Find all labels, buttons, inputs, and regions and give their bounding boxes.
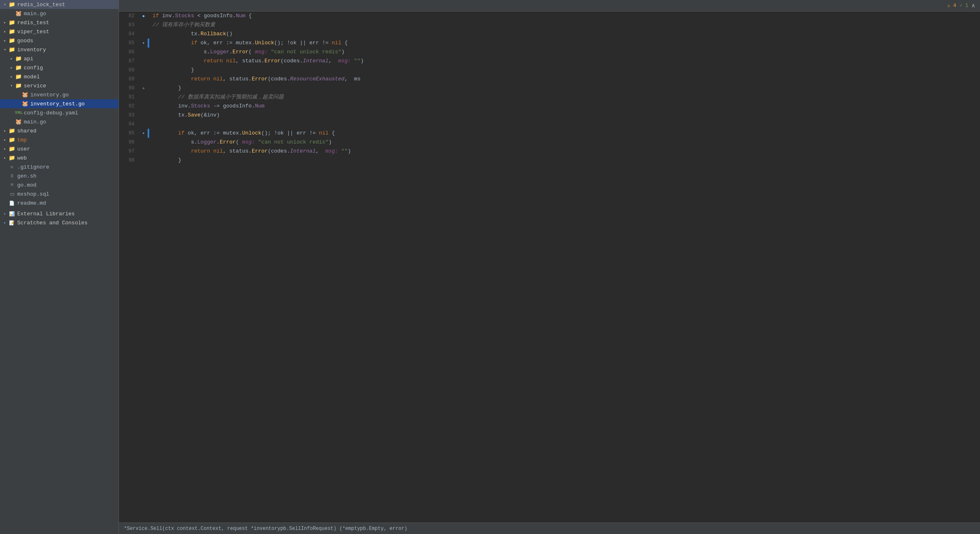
gitignore-icon: ≋: [8, 164, 16, 170]
sidebar-item-service[interactable]: ▾ 📁 service: [0, 81, 119, 90]
code-line-content: inv.Stocks -= goodsInfo.Num: [149, 102, 980, 111]
folder-icon: 📁: [8, 19, 16, 26]
sidebar-item-label: mxshop.sql: [17, 191, 49, 197]
code-line-95: 95 ▾ if ok, err := mutex.Unlock(); !ok |…: [119, 129, 980, 138]
code-line-91: 91 // 数据库真实扣减小于预期扣减，超卖问题: [119, 93, 980, 102]
code-line-87: 87 return nil, status.Error(codes.Intern…: [119, 57, 980, 66]
tree-arrow: ▸: [8, 65, 15, 70]
sidebar-item-external-libraries[interactable]: ▸ 📊 External Libraries: [0, 209, 119, 218]
tree-arrow: ▸: [2, 128, 8, 133]
sidebar-item-model[interactable]: ▸ 📁 model: [0, 72, 119, 81]
line-number: 98: [119, 156, 139, 165]
sidebar-item-tmp[interactable]: ▸ 📁 tmp: [0, 135, 119, 144]
line-number: 89: [119, 75, 139, 84]
line-number: 87: [119, 57, 139, 66]
line-number: 88: [119, 66, 139, 75]
tree-arrow: ▸: [2, 137, 8, 142]
sidebar-item-goods[interactable]: ▸ 📁 goods: [0, 36, 119, 45]
fold-gutter: [139, 30, 148, 39]
sidebar-item-label: redis_lock_test: [17, 2, 65, 8]
fold-gutter: [139, 57, 148, 66]
sh-file-icon: $: [8, 173, 16, 178]
fold-marker[interactable]: ◆: [142, 86, 145, 91]
sidebar-item-mxshop-sql[interactable]: 🗃 mxshop.sql: [0, 189, 119, 199]
sidebar-item-user[interactable]: ▸ 📁 user: [0, 144, 119, 153]
sidebar-item-label: Scratches and Consoles: [17, 220, 88, 226]
fold-gutter: ◆: [139, 11, 148, 21]
tree-arrow: ▸: [2, 20, 8, 25]
go-file-icon: 🐹: [21, 100, 29, 107]
code-line-88: 88 }: [119, 66, 980, 75]
sidebar-item-label: gen.sh: [17, 173, 36, 179]
code-line-92: 92 inv.Stocks -= goodsInfo.Num: [119, 102, 980, 111]
line-number: 86: [119, 48, 139, 57]
folder-icon: 📁: [8, 155, 16, 161]
sidebar-item-api[interactable]: ▸ 📁 api: [0, 54, 119, 63]
sidebar-item-label: viper_test: [17, 29, 49, 35]
sidebar-item-label: model: [24, 74, 40, 80]
sidebar-item-label: redis_test: [17, 20, 49, 26]
sidebar-item-redis-test[interactable]: ▸ 📁 redis_test: [0, 18, 119, 27]
sidebar-item-label: main.go: [24, 119, 46, 125]
sidebar-item-go-mod[interactable]: M go.mod: [0, 180, 119, 189]
mod-file-icon: M: [8, 183, 16, 187]
status-text: *Service.Sell(ctx context.Context, reque…: [124, 526, 407, 532]
fold-gutter: [139, 120, 148, 129]
sidebar-item-readme-md[interactable]: 📄 readme.md: [0, 199, 119, 208]
line-number: 83: [119, 21, 139, 30]
fold-marker[interactable]: ▾: [142, 41, 145, 46]
code-line-84: 84 tx.Rollback(): [119, 30, 980, 39]
line-number: 90: [119, 84, 139, 93]
folder-icon: 📁: [8, 37, 16, 44]
tree-arrow: ▾: [2, 47, 8, 52]
sidebar-item-label: External Libraries: [17, 211, 75, 217]
chevron-up-icon[interactable]: ∧: [972, 2, 975, 9]
fold-gutter: [139, 93, 148, 102]
line-number: 97: [119, 147, 139, 156]
code-line-85: 85 ▾ if ok, err := mutex.Unlock(); !ok |…: [119, 39, 980, 48]
tree-arrow: ▸: [8, 56, 15, 61]
sidebar-item-shared[interactable]: ▸ 📁 shared: [0, 126, 119, 135]
ok-badge[interactable]: ✓ 1: [959, 2, 969, 9]
sidebar-item-label: goods: [17, 38, 33, 44]
fold-gutter: [139, 75, 148, 84]
sidebar-item-viper-test[interactable]: ▸ 📁 viper_test: [0, 27, 119, 36]
sidebar-item-main-go-2[interactable]: 🐹 main.go: [0, 117, 119, 126]
tree-arrow: ▸: [8, 74, 15, 79]
sidebar-item-web[interactable]: ▸ 📁 web: [0, 153, 119, 162]
code-line-89: 89 return nil, status.Error(codes.Resour…: [119, 75, 980, 84]
sidebar-item-inventory[interactable]: ▾ 📁 inventory: [0, 45, 119, 54]
code-content-area[interactable]: 82 ◆ if inv.Stocks < goodsInfo.Num { 83 …: [119, 11, 980, 523]
fold-gutter: ▾: [139, 39, 148, 48]
code-line-content: return nil, status.Error(codes.Internal,…: [149, 147, 980, 156]
sidebar-item-label: api: [24, 56, 33, 62]
tree-arrow: ▸: [2, 38, 8, 43]
fold-marker[interactable]: ◆: [142, 14, 145, 18]
code-line-content: }: [149, 84, 980, 93]
line-number: 82: [119, 11, 139, 21]
sidebar-item-label: service: [24, 83, 46, 89]
sidebar-item-label: user: [17, 146, 30, 152]
sidebar-item-config-debug-yaml[interactable]: YML config-debug.yaml: [0, 108, 119, 117]
warning-badge[interactable]: ⚠ 4: [947, 2, 956, 9]
sidebar-item-inventory-go[interactable]: 🐹 inventory.go: [0, 90, 119, 99]
sidebar-item-config[interactable]: ▸ 📁 config: [0, 63, 119, 72]
fold-gutter: [139, 48, 148, 57]
fold-gutter: [139, 21, 148, 30]
file-tree[interactable]: ▾ 📁 redis_lock_test 🐹 main.go ▸ 📁 redis_…: [0, 0, 119, 534]
tree-arrow: ▸: [2, 146, 8, 151]
sidebar-item-scratches[interactable]: ▸ 📝 Scratches and Consoles: [0, 218, 119, 227]
folder-icon: 📁: [15, 73, 22, 80]
line-number: 96: [119, 138, 139, 147]
fold-marker[interactable]: ▾: [142, 131, 145, 136]
line-number: 84: [119, 30, 139, 39]
sidebar-item-inventory-test-go[interactable]: 🐹 inventory_test.go: [0, 99, 119, 108]
sidebar-item-gen-sh[interactable]: $ gen.sh: [0, 171, 119, 180]
sidebar-item-gitignore[interactable]: ≋ .gitignore: [0, 162, 119, 171]
fold-gutter: [139, 156, 148, 165]
tree-arrow: ▾: [8, 83, 15, 88]
sidebar-item-redis-lock-test[interactable]: ▾ 📁 redis_lock_test: [0, 0, 119, 9]
sidebar-item-main-go-1[interactable]: 🐹 main.go: [0, 9, 119, 18]
tree-arrow: ▸: [2, 29, 8, 34]
fold-gutter: [139, 102, 148, 111]
